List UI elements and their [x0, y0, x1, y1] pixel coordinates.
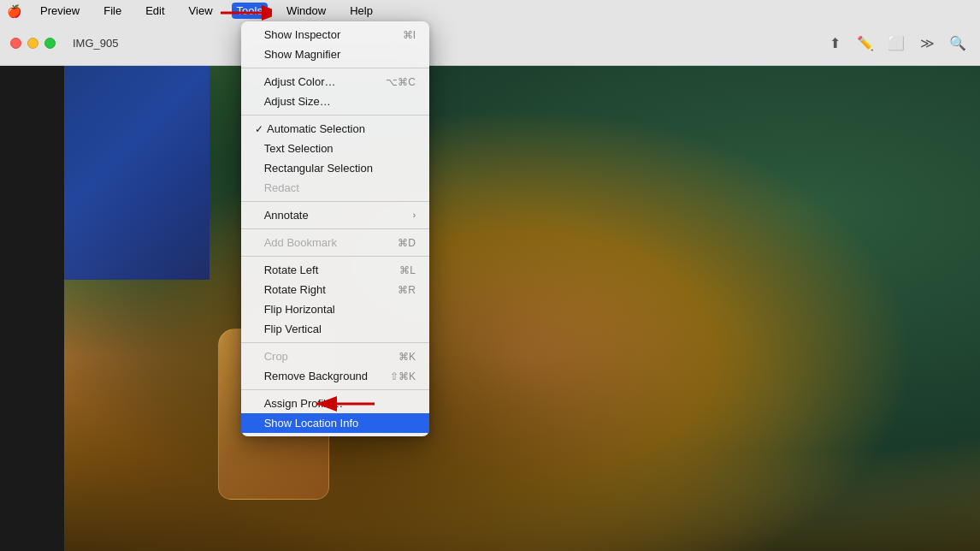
check-placeholder — [255, 237, 261, 249]
menu-preview[interactable]: Preview — [35, 3, 85, 19]
check-placeholder — [255, 418, 261, 430]
rotate-right-label: Rotate Right — [264, 283, 326, 296]
minimize-button[interactable] — [27, 38, 38, 49]
markup-icon[interactable]: ✏️ — [853, 32, 877, 56]
rotate-left-shortcut: ⌘L — [399, 264, 416, 276]
show-location-info-label: Show Location Info — [264, 417, 359, 430]
menu-item-show-inspector[interactable]: Show Inspector ⌘I — [241, 25, 429, 44]
rectangular-selection-label: Rectangular Selection — [264, 162, 373, 175]
menu-item-annotate[interactable]: Annotate › — [241, 205, 429, 225]
menu-item-show-magnifier[interactable]: Show Magnifier — [241, 44, 429, 64]
check-placeholder — [255, 76, 261, 88]
menu-item-add-bookmark: Add Bookmark ⌘D — [241, 233, 429, 252]
show-inspector-label: Show Inspector — [264, 28, 341, 41]
menu-item-rotate-left[interactable]: Rotate Left ⌘L — [241, 260, 429, 280]
menu-item-adjust-size[interactable]: Adjust Size… — [241, 92, 429, 111]
redact-label: Redact — [264, 181, 299, 194]
photo-area — [64, 66, 980, 551]
tools-dropdown-menu: Show Inspector ⌘I Show Magnifier Adjust … — [241, 21, 429, 436]
check-placeholder — [255, 210, 261, 222]
check-placeholder — [255, 264, 261, 276]
separator-2 — [241, 115, 429, 116]
adjust-color-label: Adjust Color… — [264, 75, 336, 88]
adjust-size-label: Adjust Size… — [264, 95, 331, 108]
separator-7 — [241, 389, 429, 390]
more-icon[interactable]: ≫ — [915, 32, 939, 56]
crop-shortcut: ⌘K — [398, 351, 416, 363]
menu-window[interactable]: Window — [281, 3, 331, 19]
show-magnifier-label: Show Magnifier — [264, 48, 341, 61]
blue-screen-area — [64, 66, 210, 280]
check-placeholder — [255, 370, 261, 382]
rotate-left-label: Rotate Left — [264, 264, 319, 276]
check-placeholder — [255, 143, 261, 155]
menu-item-automatic-selection[interactable]: ✓ Automatic Selection — [241, 119, 429, 139]
menu-view[interactable]: View — [184, 3, 218, 19]
show-inspector-shortcut: ⌘I — [403, 29, 416, 41]
share-icon[interactable]: ⬆ — [823, 32, 847, 56]
search-icon[interactable]: 🔍 — [946, 32, 970, 56]
rotate-right-shortcut: ⌘R — [398, 284, 416, 296]
menu-item-flip-vertical[interactable]: Flip Vertical — [241, 319, 429, 339]
location-info-arrow-indicator — [308, 395, 376, 416]
check-placeholder — [255, 323, 261, 335]
checkmark-icon: ✓ — [255, 123, 263, 135]
separator-4 — [241, 228, 429, 229]
annotate-label: Annotate — [264, 209, 309, 222]
menu-item-redact: Redact — [241, 178, 429, 198]
menu-item-rectangular-selection[interactable]: Rectangular Selection — [241, 158, 429, 178]
menu-item-adjust-color[interactable]: Adjust Color… ⌥⌘C — [241, 72, 429, 92]
window-toolbar: IMG_905 ⬆ ✏️ ⬜ ≫ 🔍 — [0, 21, 980, 66]
adjust-color-shortcut: ⌥⌘C — [386, 76, 416, 88]
separator-1 — [241, 68, 429, 68]
check-placeholder — [255, 284, 261, 296]
close-button[interactable] — [10, 38, 21, 49]
menu-file[interactable]: File — [98, 3, 127, 19]
crop-label: Crop — [264, 350, 288, 363]
automatic-selection-label: Automatic Selection — [267, 122, 365, 135]
remove-background-shortcut: ⇧⌘K — [390, 370, 416, 382]
remove-background-label: Remove Background — [264, 370, 368, 382]
menu-item-show-location-info[interactable]: Show Location Info — [241, 413, 429, 433]
check-placeholder — [255, 398, 261, 410]
check-placeholder — [255, 96, 261, 108]
window-title: IMG_905 — [73, 37, 118, 50]
check-placeholder — [255, 351, 261, 363]
menu-edit[interactable]: Edit — [140, 3, 169, 19]
check-placeholder — [255, 29, 261, 41]
flip-vertical-label: Flip Vertical — [264, 323, 322, 335]
separator-6 — [241, 342, 429, 343]
tools-arrow-indicator — [221, 4, 272, 25]
toolbar-icons: ⬆ ✏️ ⬜ ≫ 🔍 — [823, 32, 970, 56]
submenu-arrow-icon: › — [413, 210, 416, 220]
menu-item-flip-horizontal[interactable]: Flip Horizontal — [241, 299, 429, 319]
separator-5 — [241, 256, 429, 257]
text-selection-label: Text Selection — [264, 142, 334, 155]
maximize-button[interactable] — [44, 38, 56, 49]
crop-icon[interactable]: ⬜ — [884, 32, 908, 56]
check-placeholder — [255, 182, 261, 194]
separator-3 — [241, 201, 429, 202]
menu-item-text-selection[interactable]: Text Selection — [241, 139, 429, 158]
menu-item-crop: Crop ⌘K — [241, 347, 429, 366]
menu-item-remove-background[interactable]: Remove Background ⇧⌘K — [241, 366, 429, 386]
menu-bar: 🍎 Preview File Edit View Tools Window He… — [0, 0, 980, 21]
add-bookmark-shortcut: ⌘D — [398, 237, 416, 249]
check-placeholder — [255, 49, 261, 61]
check-placeholder — [255, 304, 261, 316]
add-bookmark-label: Add Bookmark — [264, 236, 337, 249]
traffic-lights — [10, 38, 56, 49]
apple-menu[interactable]: 🍎 — [7, 4, 21, 18]
flip-horizontal-label: Flip Horizontal — [264, 303, 335, 316]
menu-help[interactable]: Help — [345, 3, 378, 19]
check-placeholder — [255, 163, 261, 175]
menu-item-rotate-right[interactable]: Rotate Right ⌘R — [241, 280, 429, 299]
